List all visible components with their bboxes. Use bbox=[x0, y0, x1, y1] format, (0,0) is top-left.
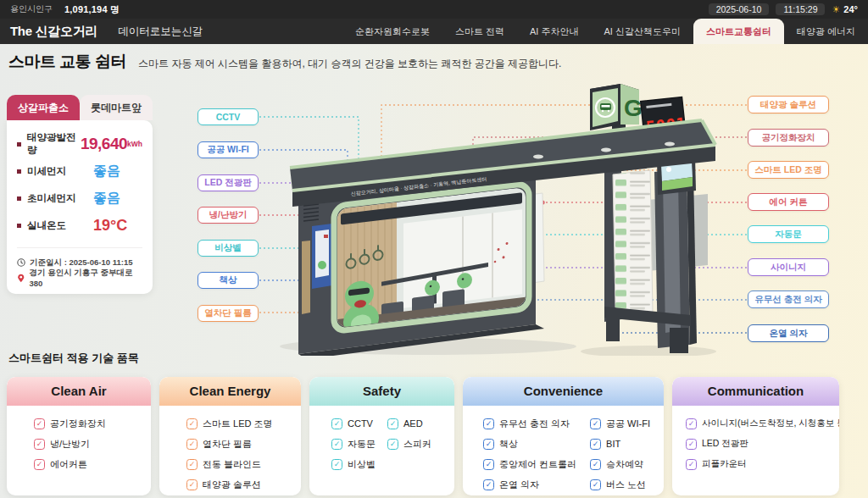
tab-smart-power[interactable]: 스마트 전력 bbox=[442, 19, 517, 44]
list-item: 스마트 LED 조명 bbox=[186, 413, 301, 434]
checkbox-icon bbox=[483, 439, 494, 450]
list-item: 버스 노선 bbox=[590, 474, 650, 495]
status-bar: 용인시인구 1,091,194 명 2025-06-10 11:15:29 ☀ … bbox=[0, 0, 868, 19]
bullet-icon bbox=[17, 224, 21, 228]
checkbox-icon bbox=[686, 418, 697, 429]
checkbox-icon bbox=[686, 439, 697, 450]
population-label: 용인시인구 bbox=[10, 3, 53, 15]
bullet-icon bbox=[17, 196, 21, 201]
checkbox-icon bbox=[34, 439, 45, 450]
checkbox-icon bbox=[590, 479, 601, 490]
nav-tabs: 순환자원회수로봇 스마트 전력 AI 주차안내 AI 신갈산책도우미 스마트교통… bbox=[342, 19, 868, 44]
feature-heated-chair[interactable]: 온열 의자 bbox=[748, 324, 829, 342]
list-item: 비상벨 bbox=[331, 454, 376, 474]
checkbox-icon bbox=[186, 459, 198, 470]
checkbox-icon bbox=[483, 479, 494, 490]
tech-section-title: 스마트쉼터 적용 기술 품목 bbox=[8, 351, 139, 366]
feature-public-wifi[interactable]: 공공 WI-FI bbox=[198, 141, 259, 158]
list-item: 전동 블라인드 bbox=[186, 454, 301, 474]
list-item: 피플카운터 bbox=[686, 454, 839, 474]
tab-ai-walk-helper[interactable]: AI 신갈산책도우미 bbox=[591, 19, 693, 44]
list-item: 공기정화장치 bbox=[34, 413, 151, 434]
sun-icon: ☀ bbox=[832, 4, 840, 15]
feature-hvac[interactable]: 냉/난방기 bbox=[198, 207, 259, 224]
feature-air-curtain[interactable]: 에어 커튼 bbox=[748, 193, 829, 211]
indoor-temp-value: 19°C bbox=[93, 217, 127, 235]
card-title: Communication bbox=[672, 377, 839, 406]
checkbox-icon bbox=[686, 459, 697, 470]
checkbox-icon bbox=[34, 418, 45, 429]
bullet-icon bbox=[17, 142, 21, 147]
feature-air-purifier[interactable]: 공기정화장치 bbox=[748, 129, 829, 147]
stats-tab-sanggal[interactable]: 상갈파출소 bbox=[7, 95, 80, 120]
list-item: 태양광 솔루션 bbox=[186, 474, 301, 495]
list-item: 열차단 필름 bbox=[186, 434, 301, 454]
solar-unit: kWh bbox=[127, 140, 142, 148]
cube-letter: G bbox=[624, 95, 643, 121]
checkbox-icon bbox=[331, 418, 342, 429]
feature-led-board[interactable]: LED 전광판 bbox=[198, 174, 259, 191]
card-convenience: Convenience 유무선 충전 의자 책상 중앙제어 컨트롤러 온열 의자… bbox=[463, 377, 664, 495]
checkbox-icon bbox=[331, 439, 342, 450]
wood-strip bbox=[302, 241, 310, 314]
feature-signage[interactable]: 사이니지 bbox=[748, 258, 829, 276]
tab-ai-parking[interactable]: AI 주차안내 bbox=[517, 19, 591, 44]
date-chip: 2025-06-10 bbox=[709, 3, 770, 15]
checkbox-icon bbox=[590, 418, 601, 429]
checkbox-icon bbox=[186, 418, 198, 429]
list-item: 스피커 bbox=[387, 434, 431, 454]
clock-icon bbox=[17, 258, 25, 267]
list-item: 온열 의자 bbox=[483, 474, 576, 495]
feature-solar-solution[interactable]: 태양광 솔루션 bbox=[748, 96, 829, 113]
feature-emergency-bell[interactable]: 비상벨 bbox=[198, 240, 259, 257]
card-title: Safety bbox=[309, 377, 454, 406]
card-title: Clean Energy bbox=[159, 377, 301, 406]
list-item: 유무선 충전 의자 bbox=[483, 413, 576, 434]
metric-indoor-temp: 실내온도 19°C bbox=[17, 212, 142, 239]
checkbox-icon bbox=[590, 459, 601, 470]
checkbox-icon bbox=[387, 418, 398, 429]
tech-cards: Clean Air 공기정화장치 냉/난방기 에어커튼 Clean Energy… bbox=[7, 377, 839, 495]
stats-panel: 상갈파출소 롯데마트앞 태양광발전량 19,640 kWh 미세먼지 좋음 초미 bbox=[7, 95, 153, 294]
metric-fine-dust: 미세먼지 좋음 bbox=[17, 158, 142, 185]
metric-ultrafine-dust: 초미세먼지 좋음 bbox=[17, 185, 142, 212]
bullet-icon bbox=[17, 169, 21, 174]
card-title: Convenience bbox=[463, 377, 664, 406]
list-item: 중앙제어 컨트롤러 bbox=[483, 454, 576, 474]
page-title: 스마트 교통 쉼터 bbox=[8, 51, 126, 73]
feature-desk[interactable]: 책상 bbox=[198, 272, 259, 289]
bus-info-pillar bbox=[604, 157, 697, 353]
checkbox-icon bbox=[186, 439, 198, 450]
list-item: 공공 WI-FI bbox=[590, 413, 650, 434]
card-title: Clean Air bbox=[7, 377, 151, 406]
tab-solar-energy[interactable]: 태양광 에너지 bbox=[784, 19, 868, 44]
feature-smart-led[interactable]: 스마트 LED 조명 bbox=[748, 161, 829, 179]
smart-shelter-dashboard: 용인시인구 1,091,194 명 2025-06-10 11:15:29 ☀ … bbox=[0, 0, 868, 498]
population-value: 1,091,194 명 bbox=[64, 3, 120, 16]
page-description: 스마트 자동 제어 시스템을 활용하여, 대기 승객의 건강을 보호하는 쾌적한… bbox=[138, 57, 561, 71]
tab-recycle-robot[interactable]: 순환자원회수로봇 bbox=[342, 19, 442, 44]
checkbox-icon bbox=[387, 439, 398, 450]
brand-subtitle[interactable]: 데이터로보는신갈 bbox=[118, 25, 203, 39]
list-item: BIT bbox=[590, 434, 650, 454]
card-safety: Safety CCTV 자동문 비상벨 AED 스피커 bbox=[309, 377, 454, 495]
solar-value: 19,640 bbox=[81, 135, 127, 153]
map-pin-icon bbox=[17, 274, 25, 283]
tab-smart-shelter[interactable]: 스마트교통쉼터 bbox=[693, 19, 784, 44]
feature-heat-block-film[interactable]: 열차단 필름 bbox=[198, 305, 259, 322]
checkbox-icon bbox=[186, 479, 198, 490]
card-clean-energy: Clean Energy 스마트 LED 조명 열차단 필름 전동 블라인드 태… bbox=[159, 377, 301, 495]
list-item: 책상 bbox=[483, 434, 576, 454]
list-item: CCTV bbox=[331, 413, 376, 434]
list-item: 자동문 bbox=[331, 434, 376, 454]
list-item: AED bbox=[387, 413, 431, 434]
feature-charging-chair[interactable]: 유무선 충전 의자 bbox=[748, 290, 829, 308]
list-item: 에어커튼 bbox=[34, 454, 151, 474]
content-area: 스마트 교통 쉼터 스마트 자동 제어 시스템을 활용하여, 대기 승객의 건강… bbox=[0, 44, 868, 498]
list-item: 사이니지(버스도착정보, 시청홍보 등) bbox=[686, 413, 839, 434]
feature-cctv[interactable]: CCTV bbox=[198, 108, 259, 125]
fine-dust-value: 좋음 bbox=[93, 163, 120, 180]
feature-auto-door[interactable]: 자동문 bbox=[748, 225, 829, 243]
shelter-illustration: G 5001 bbox=[280, 72, 746, 356]
stats-tab-lottemart[interactable]: 롯데마트앞 bbox=[80, 95, 153, 120]
